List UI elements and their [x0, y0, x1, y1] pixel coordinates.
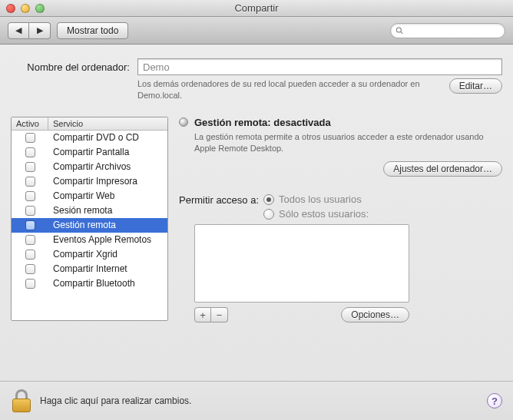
plus-icon: + — [200, 309, 206, 321]
service-checkbox[interactable] — [25, 220, 35, 230]
radio-all-users[interactable]: Todos los usuarios — [263, 193, 369, 205]
allow-access-label: Permitir acceso a: — [179, 193, 259, 206]
detail-pane: Gestión remota: desactivada La gestión r… — [179, 117, 502, 323]
services-header: Activo Servicio — [12, 117, 167, 131]
forward-icon: ▶ — [37, 25, 43, 35]
services-table: Activo Servicio Compartir DVD o CDCompar… — [11, 117, 168, 321]
service-label: Compartir Archivos — [48, 161, 167, 172]
status-title: Gestión remota: desactivada — [194, 117, 331, 128]
forward-button[interactable]: ▶ — [29, 22, 51, 39]
service-checkbox[interactable] — [25, 250, 35, 260]
nav-segmented: ◀ ▶ — [8, 22, 51, 39]
back-icon: ◀ — [15, 25, 22, 35]
status-description: La gestión remota permite a otros usuari… — [194, 131, 502, 154]
service-row[interactable]: Compartir Archivos — [12, 160, 167, 174]
service-label: Sesión remota — [48, 205, 167, 216]
service-label: Gestión remota — [48, 220, 167, 230]
service-row[interactable]: Sesión remota — [12, 203, 167, 218]
computer-name-hint: Los demás ordenadores de su red local pu… — [137, 78, 445, 101]
titlebar: Compartir — [0, 0, 513, 17]
service-checkbox[interactable] — [25, 264, 35, 274]
service-checkbox[interactable] — [25, 235, 35, 245]
service-checkbox[interactable] — [25, 133, 35, 143]
svg-point-0 — [396, 27, 401, 31]
zoom-window-button[interactable] — [35, 4, 45, 13]
service-row[interactable]: Compartir Web — [12, 189, 167, 203]
service-row[interactable]: Compartir Bluetooth — [12, 276, 167, 291]
remove-user-button[interactable]: − — [211, 307, 228, 322]
service-row[interactable]: Compartir Impresora — [12, 174, 167, 189]
service-row[interactable]: Eventos Apple Remotos — [12, 233, 167, 247]
help-icon: ? — [491, 395, 498, 407]
service-label: Compartir Xgrid — [48, 249, 167, 260]
lock-bar: Haga clic aquí para realizar cambios. ? — [0, 381, 513, 420]
search-field-wrap[interactable] — [390, 23, 505, 38]
lock-icon[interactable] — [11, 389, 32, 412]
service-label: Compartir DVD o CD — [48, 132, 167, 143]
back-button[interactable]: ◀ — [8, 22, 29, 39]
service-checkbox[interactable] — [25, 279, 35, 289]
radio-all-label: Todos los usuarios — [279, 193, 362, 205]
content: Nombre del ordenador: Los demás ordenado… — [0, 45, 513, 420]
add-user-button[interactable]: + — [194, 307, 211, 322]
search-icon — [396, 26, 404, 35]
service-label: Compartir Web — [48, 190, 167, 201]
header-service: Servicio — [48, 117, 167, 130]
radio-only-label: Sólo estos usuarios: — [279, 208, 369, 220]
service-checkbox[interactable] — [25, 177, 35, 187]
service-checkbox[interactable] — [25, 162, 35, 172]
service-label: Eventos Apple Remotos — [48, 234, 167, 245]
header-active: Activo — [12, 117, 48, 130]
service-label: Compartir Bluetooth — [48, 278, 167, 289]
service-label: Compartir Impresora — [48, 176, 167, 187]
service-label: Compartir Pantalla — [48, 147, 167, 157]
computer-name-input[interactable] — [137, 58, 502, 75]
service-row[interactable]: Compartir Xgrid — [12, 247, 167, 262]
toolbar: ◀ ▶ Mostrar todo — [0, 17, 513, 45]
edit-name-button[interactable]: Editar… — [449, 78, 502, 94]
computer-name-label: Nombre del ordenador: — [11, 58, 130, 73]
lock-text[interactable]: Haga clic aquí para realizar cambios. — [40, 395, 479, 406]
options-button[interactable]: Opciones… — [341, 307, 409, 322]
service-row[interactable]: Compartir Internet — [12, 262, 167, 276]
service-row[interactable]: Compartir DVD o CD — [12, 131, 167, 145]
show-all-button[interactable]: Mostrar todo — [57, 22, 128, 39]
service-label: Compartir Internet — [48, 263, 167, 274]
service-row[interactable]: Compartir Pantalla — [12, 145, 167, 160]
window-title: Compartir — [0, 2, 513, 14]
search-input[interactable] — [407, 26, 500, 35]
service-checkbox[interactable] — [25, 147, 35, 157]
service-row[interactable]: Gestión remota — [12, 218, 167, 233]
traffic-lights — [6, 4, 45, 13]
computer-name-row: Nombre del ordenador: Los demás ordenado… — [0, 45, 513, 106]
svg-line-1 — [401, 31, 403, 34]
service-checkbox[interactable] — [25, 206, 35, 216]
allowed-users-list[interactable] — [194, 224, 409, 303]
service-checkbox[interactable] — [25, 191, 35, 201]
help-button[interactable]: ? — [487, 393, 502, 408]
radio-icon — [263, 209, 274, 220]
radio-only-users[interactable]: Sólo estos usuarios: — [263, 208, 369, 220]
radio-icon — [263, 194, 274, 205]
computer-settings-button[interactable]: Ajustes del ordenador… — [383, 161, 502, 177]
minimize-window-button[interactable] — [21, 4, 30, 13]
close-window-button[interactable] — [6, 4, 15, 13]
status-indicator-icon — [179, 117, 188, 127]
minus-icon: − — [217, 309, 223, 321]
